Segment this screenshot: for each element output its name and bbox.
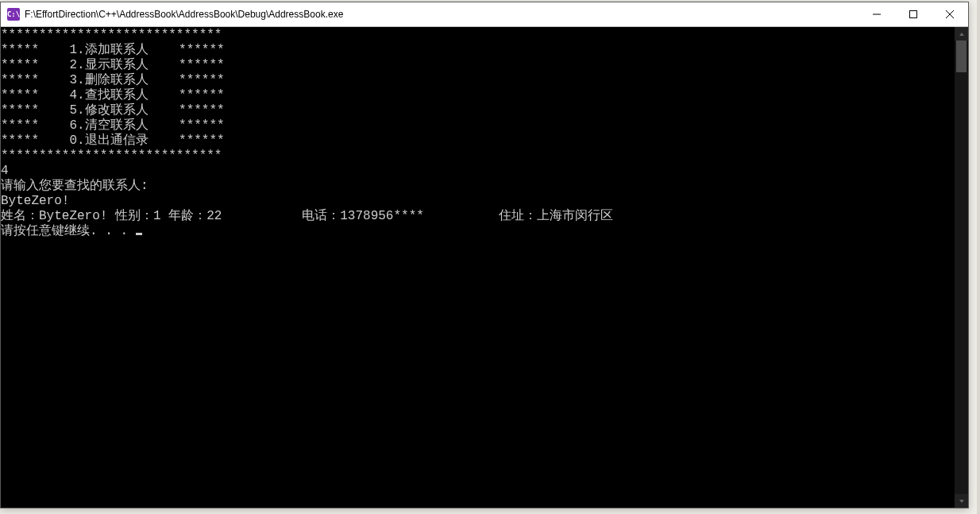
scroll-down-button[interactable] bbox=[955, 494, 968, 508]
app-icon: C:\ bbox=[7, 8, 20, 21]
titlebar[interactable]: C:\ F:\EffortDirection\C++\AddressBook\A… bbox=[1, 2, 968, 27]
window-title: F:\EffortDirection\C++\AddressBook\Addre… bbox=[25, 9, 343, 20]
menu-border-top: ***************************** bbox=[1, 28, 222, 42]
user-choice: 4 bbox=[1, 164, 9, 178]
result-row: 姓名：ByteZero! 性别：1 年龄：22电话：1378956****住址：… bbox=[1, 209, 613, 223]
menu-border-bottom: ***************************** bbox=[1, 149, 222, 163]
result-addr: 上海市闵行区 bbox=[537, 209, 613, 224]
menu-line-1: ***** 1.添加联系人 ****** bbox=[1, 43, 225, 57]
minimize-icon bbox=[873, 10, 881, 18]
maximize-button[interactable] bbox=[895, 2, 932, 26]
menu-line-3: ***** 3.删除联系人 ****** bbox=[1, 73, 225, 87]
search-input: ByteZero! bbox=[1, 194, 69, 208]
menu-line-0: ***** 0.退出通信录 ****** bbox=[1, 133, 225, 148]
result-phone: 1378956**** bbox=[340, 209, 499, 224]
vertical-scrollbar[interactable] bbox=[955, 27, 968, 508]
close-button[interactable] bbox=[932, 2, 968, 26]
press-any-key: 请按任意键继续. . . bbox=[1, 224, 136, 238]
chevron-up-icon bbox=[959, 31, 965, 37]
menu-line-4: ***** 4.查找联系人 ****** bbox=[1, 88, 225, 102]
svg-rect-1 bbox=[910, 11, 917, 18]
scroll-up-button[interactable] bbox=[955, 27, 968, 41]
search-prompt: 请输入您要查找的联系人: bbox=[1, 179, 149, 193]
console-window: C:\ F:\EffortDirection\C++\AddressBook\A… bbox=[0, 2, 969, 508]
result-age: 22 bbox=[206, 209, 302, 224]
scrollbar-thumb[interactable] bbox=[956, 41, 966, 72]
svg-rect-0 bbox=[873, 14, 881, 15]
menu-line-2: ***** 2.显示联系人 ****** bbox=[1, 58, 225, 72]
maximize-icon bbox=[909, 10, 917, 18]
menu-line-6: ***** 6.清空联系人 ****** bbox=[1, 118, 225, 133]
menu-line-5: ***** 5.修改联系人 ****** bbox=[1, 103, 225, 118]
minimize-button[interactable] bbox=[858, 2, 895, 26]
close-icon bbox=[946, 10, 954, 18]
result-sex: 1 bbox=[153, 209, 161, 224]
console-output[interactable]: ***************************** ***** 1.添加… bbox=[1, 27, 955, 508]
result-name: ByteZero! bbox=[39, 209, 107, 224]
cursor bbox=[136, 233, 142, 235]
chevron-down-icon bbox=[959, 498, 965, 504]
